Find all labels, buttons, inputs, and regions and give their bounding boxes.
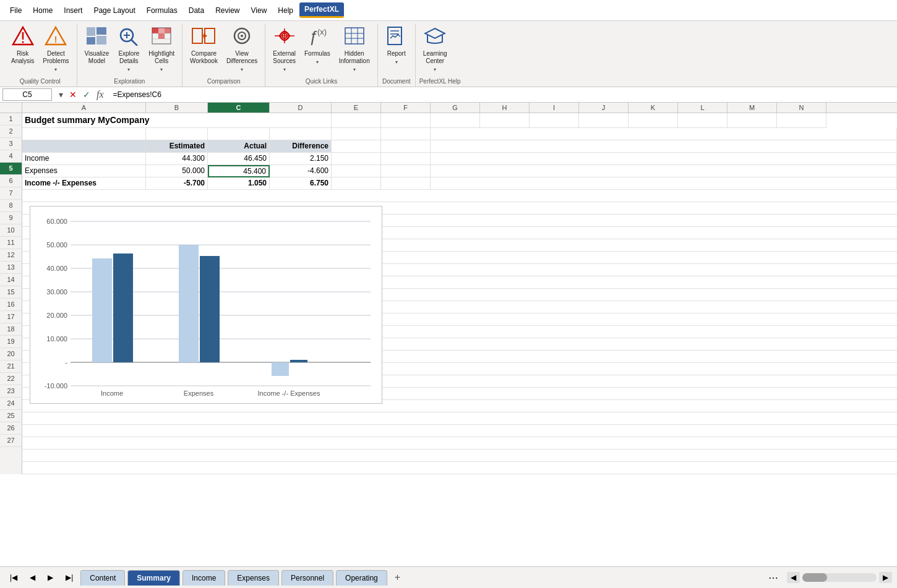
col-header-a[interactable]: A — [22, 103, 146, 113]
col-header-k[interactable]: K — [629, 103, 678, 113]
formula-expand-icon[interactable]: ▾ — [57, 89, 65, 100]
sheet-tab-operating[interactable]: Operating — [336, 570, 387, 586]
visualize-model-button[interactable]: VisualizeModel — [81, 23, 113, 67]
formula-function-icon[interactable]: fx — [95, 88, 106, 101]
cell-i1[interactable] — [530, 113, 579, 128]
cell-d4[interactable]: 2.150 — [270, 153, 332, 165]
cell-b5[interactable]: 50.000 — [146, 165, 208, 177]
cell-c6[interactable]: 1.050 — [208, 177, 270, 190]
cell-g1[interactable] — [431, 113, 480, 128]
cell-f1[interactable] — [381, 113, 431, 128]
menu-page-layout[interactable]: Page Layout — [88, 4, 140, 17]
col-header-n[interactable]: N — [777, 103, 826, 113]
hidden-information-button[interactable]: HiddenInformation ▾ — [335, 23, 374, 75]
cell-e3[interactable] — [332, 140, 381, 153]
view-differences-button[interactable]: ViewDifferences ▾ — [223, 23, 261, 75]
menu-file[interactable]: File — [5, 4, 27, 17]
cell-b2[interactable] — [146, 128, 208, 140]
cell-d2[interactable] — [270, 128, 332, 140]
cell-f6[interactable] — [381, 177, 431, 190]
cell-h1[interactable] — [480, 113, 530, 128]
cell-f4[interactable] — [381, 153, 431, 165]
cell-rest-4[interactable] — [431, 153, 897, 165]
cell-row7[interactable] — [22, 190, 897, 202]
cell-m1[interactable] — [727, 113, 777, 128]
cell-k1[interactable] — [629, 113, 678, 128]
menu-perfectxl[interactable]: PerfectXL — [299, 2, 344, 18]
tab-prev-first-button[interactable]: |◀ — [5, 571, 22, 584]
cell-rest-2[interactable] — [431, 128, 897, 140]
cell-n1[interactable] — [777, 113, 826, 128]
cell-a6[interactable]: Income -/- Expenses — [22, 177, 146, 190]
risk-analysis-button[interactable]: RiskAnalysis — [7, 23, 38, 67]
cell-rest-5[interactable] — [431, 165, 897, 177]
cell-b6[interactable]: -5.700 — [146, 177, 208, 190]
horizontal-scrollbar[interactable] — [802, 573, 877, 582]
col-header-i[interactable]: I — [530, 103, 579, 113]
col-header-d[interactable]: D — [270, 103, 332, 113]
col-header-c[interactable]: C — [208, 103, 270, 113]
cell-e2[interactable] — [332, 128, 381, 140]
scroll-right-button[interactable]: ▶ — [879, 572, 892, 583]
cell-a1[interactable]: Budget summary MyCompany — [22, 113, 332, 128]
col-header-j[interactable]: J — [579, 103, 629, 113]
col-header-g[interactable]: G — [431, 103, 480, 113]
col-header-b[interactable]: B — [146, 103, 208, 113]
cell-c4[interactable]: 46.450 — [208, 153, 270, 165]
menu-formulas[interactable]: Formulas — [142, 4, 182, 17]
formula-cancel-icon[interactable]: ✕ — [67, 89, 79, 100]
scroll-left-button[interactable]: ◀ — [787, 572, 800, 583]
formula-input[interactable] — [111, 89, 895, 100]
tab-next-button[interactable]: ▶ — [43, 571, 58, 584]
cell-l1[interactable] — [678, 113, 727, 128]
sheet-tab-expenses[interactable]: Expenses — [228, 570, 279, 586]
menu-data[interactable]: Data — [184, 4, 209, 17]
menu-help[interactable]: Help — [273, 4, 298, 17]
tab-prev-button[interactable]: ◀ — [25, 571, 40, 584]
cell-a4[interactable]: Income — [22, 153, 146, 165]
cell-c5[interactable]: 45.400 — [208, 165, 270, 177]
cell-a3[interactable] — [22, 140, 146, 153]
cell-rest-3[interactable] — [431, 140, 897, 153]
cell-b4[interactable]: 44.300 — [146, 153, 208, 165]
sheet-options-button[interactable]: ⋯ — [765, 571, 782, 585]
cell-f5[interactable] — [381, 165, 431, 177]
cell-c3[interactable]: Actual — [208, 140, 270, 153]
menu-view[interactable]: View — [246, 4, 272, 17]
compare-workbook-button[interactable]: CompareWorkbook — [186, 23, 221, 67]
cell-c2[interactable] — [208, 128, 270, 140]
highlight-cells-button[interactable]: HightlightCells ▾ — [145, 23, 178, 75]
cell-a5[interactable]: Expenses — [22, 165, 146, 177]
cell-e1[interactable] — [332, 113, 381, 128]
sheet-tab-income[interactable]: Income — [182, 570, 225, 586]
sheet-tab-personnel[interactable]: Personnel — [281, 570, 333, 586]
cell-reference-box[interactable] — [2, 88, 52, 101]
col-header-e[interactable]: E — [332, 103, 381, 113]
cell-a2[interactable] — [22, 128, 146, 140]
cell-b3[interactable]: Estimated — [146, 140, 208, 153]
external-sources-button[interactable]: ExternalSources ▾ — [269, 23, 299, 75]
cell-f3[interactable] — [381, 140, 431, 153]
menu-insert[interactable]: Insert — [59, 4, 87, 17]
cell-d6[interactable]: 6.750 — [270, 177, 332, 190]
detect-problems-button[interactable]: ! DetectProblems ▾ — [39, 23, 72, 75]
cell-e4[interactable] — [332, 153, 381, 165]
explore-details-button[interactable]: ExploreDetails ▾ — [114, 23, 144, 75]
sheet-tab-content[interactable]: Content — [80, 570, 125, 586]
cell-d5[interactable]: -4.600 — [270, 165, 332, 177]
col-header-l[interactable]: L — [678, 103, 727, 113]
learning-center-button[interactable]: LearningCenter ▾ — [419, 23, 451, 75]
add-sheet-button[interactable]: + — [390, 569, 405, 586]
report-button[interactable]: Report ▾ — [382, 23, 411, 68]
col-header-f[interactable]: F — [381, 103, 431, 113]
cell-f2[interactable] — [381, 128, 431, 140]
col-header-h[interactable]: H — [480, 103, 530, 113]
cell-rest-6[interactable] — [431, 177, 897, 190]
cell-e5[interactable] — [332, 165, 381, 177]
tab-next-last-button[interactable]: ▶| — [61, 571, 78, 584]
menu-home[interactable]: Home — [28, 4, 58, 17]
menu-review[interactable]: Review — [210, 4, 244, 17]
cell-d3[interactable]: Difference — [270, 140, 332, 153]
cell-e6[interactable] — [332, 177, 381, 190]
formula-confirm-icon[interactable]: ✓ — [81, 89, 92, 100]
